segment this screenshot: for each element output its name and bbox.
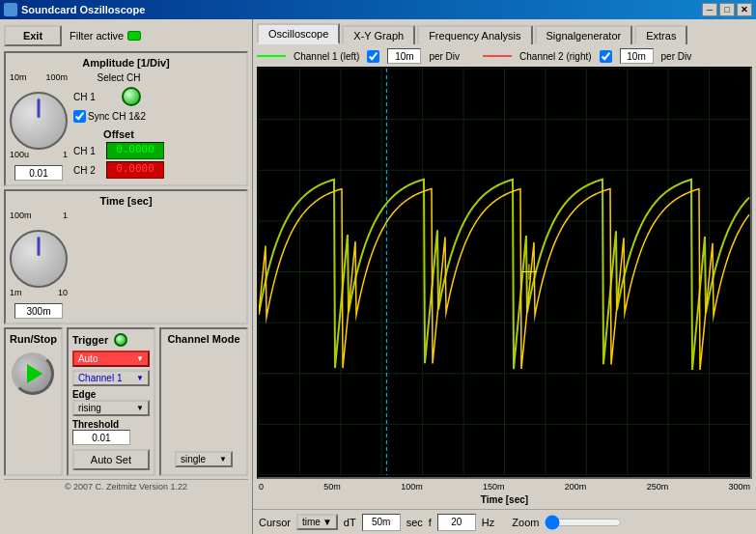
tick-150m: 150m <box>483 482 505 492</box>
maximize-button[interactable]: □ <box>719 3 735 16</box>
oscilloscope-display[interactable] <box>259 69 750 475</box>
ch2-per-div-input[interactable] <box>620 48 654 64</box>
ch1-visible-checkbox[interactable] <box>367 50 379 63</box>
amplitude-knob-container: 10m 100m 100u 1 <box>10 72 68 181</box>
cursor-bar: Cursor time ▼ dT sec f Hz Zoom <box>253 509 756 534</box>
filter-active-label: Filter active <box>70 30 124 42</box>
play-icon <box>27 364 42 383</box>
title-bar: Soundcard Oszilloscope ─ □ ✕ <box>0 0 756 19</box>
time-knob-top-labels: 100m 1 <box>10 211 68 230</box>
trigger-section: Trigger Auto ▼ Channel 1 ▼ Edge rising ▼ <box>67 327 155 476</box>
ch2-offset-row: CH 2 0.0000 <box>73 161 164 179</box>
ch1-per-div-unit: per Div <box>429 51 460 62</box>
right-panel: Oscilloscope X-Y Graph Frequency Analysi… <box>253 19 756 534</box>
amplitude-section: Amplitude [1/Div] 10m 100m 100u 1 <box>4 51 248 186</box>
cursor-f-label: f <box>429 517 432 528</box>
time-label-bl: 1m <box>10 288 22 297</box>
tick-200m: 200m <box>565 482 587 492</box>
ch1-offset-input[interactable]: 0.0000 <box>106 142 164 159</box>
amplitude-label-bl: 100u <box>10 150 29 159</box>
amplitude-knob-top-labels: 10m 100m <box>10 72 68 92</box>
threshold-section: Threshold <box>72 419 150 445</box>
threshold-label: Threshold <box>72 419 150 430</box>
ch2-visible-checkbox[interactable] <box>600 50 612 63</box>
select-ch-label: Select CH <box>73 72 164 83</box>
edge-dropdown[interactable]: rising ▼ <box>72 400 150 416</box>
minimize-button[interactable]: ─ <box>702 3 717 16</box>
amplitude-label-br: 1 <box>63 150 68 159</box>
channel-mode-section: Channel Mode single ▼ <box>159 327 248 476</box>
exit-button[interactable]: Exit <box>4 25 62 46</box>
amplitude-label-tr: 100m <box>45 72 68 82</box>
trigger-led <box>114 333 127 347</box>
trigger-title: Trigger <box>72 334 108 346</box>
offset-title: Offset <box>73 128 164 140</box>
sync-label: Sync CH 1&2 <box>88 111 146 122</box>
run-stop-title: Run/Stop <box>10 333 57 345</box>
channel-mode-title: Channel Mode <box>167 333 239 345</box>
trigger-channel-dropdown[interactable]: Channel 1 ▼ <box>72 370 150 386</box>
time-knob-marker <box>38 237 41 256</box>
tab-signalgenerator[interactable]: Signalgenerator <box>535 25 633 44</box>
time-knob-bottom-labels: 1m 10 <box>10 288 68 303</box>
filter-active-indicator: Filter active <box>70 30 141 42</box>
cursor-mode-dropdown[interactable]: time ▼ <box>296 514 338 530</box>
threshold-input[interactable] <box>72 430 130 445</box>
tab-extras[interactable]: Extras <box>634 25 687 44</box>
time-axis-ticks: 0 50m 100m 150m 200m 250m 300m <box>257 482 752 492</box>
amplitude-knob-bottom-labels: 100u 1 <box>10 150 68 165</box>
amplitude-knob-marker <box>38 98 41 118</box>
tab-oscilloscope[interactable]: Oscilloscope <box>257 23 340 44</box>
copyright: © 2007 C. Zeitmitz Version 1.22 <box>4 479 248 492</box>
run-stop-button[interactable] <box>12 352 54 395</box>
channel-mode-arrow: ▼ <box>219 455 227 464</box>
cursor-f-input[interactable] <box>437 514 476 531</box>
tick-100m: 100m <box>401 482 423 492</box>
trigger-auto-label: Auto <box>78 353 98 364</box>
channel-legend: Channel 1 (left) per Div Channel 2 (righ… <box>257 48 752 64</box>
ch2-offset-input[interactable]: 0.0000 <box>106 161 164 179</box>
amplitude-knob[interactable] <box>10 92 68 150</box>
app-icon <box>4 3 17 16</box>
trigger-channel-label: Channel 1 <box>78 373 123 383</box>
trigger-header: Trigger <box>72 333 150 347</box>
time-label-tl: 100m <box>10 211 32 220</box>
time-knob[interactable] <box>10 230 68 288</box>
zoom-slider[interactable] <box>545 516 622 529</box>
time-section: Time [sec] 100m 1 1m 10 <box>4 189 248 324</box>
top-controls: Exit Filter active <box>4 23 248 48</box>
ch2-line-indicator <box>483 55 512 57</box>
amplitude-right-controls: Select CH CH 1 Sync CH 1&2 Offset CH 1 0… <box>73 72 164 181</box>
time-knob-container: 100m 1 1m 10 <box>10 211 68 319</box>
ch1-per-div-input[interactable] <box>387 48 421 64</box>
ch1-offset-row: CH 1 0.0000 <box>73 142 164 159</box>
tick-50m: 50m <box>323 482 341 492</box>
trigger-auto-arrow: ▼ <box>136 354 144 363</box>
sync-checkbox[interactable] <box>73 110 86 123</box>
channel-mode-dropdown[interactable]: single ▼ <box>175 451 233 467</box>
amplitude-value-input[interactable] <box>14 165 63 181</box>
tab-xy-graph[interactable]: X-Y Graph <box>342 25 415 44</box>
zoom-label: Zoom <box>512 517 539 528</box>
window-controls: ─ □ ✕ <box>702 3 752 16</box>
offset-section: Offset CH 1 0.0000 CH 2 0.0000 <box>73 128 164 179</box>
tab-frequency-analysis[interactable]: Frequency Analysis <box>417 25 532 44</box>
filter-active-led <box>127 31 141 41</box>
auto-set-button[interactable]: Auto Set <box>72 449 150 470</box>
time-value-input[interactable] <box>14 303 63 319</box>
trigger-channel-arrow: ▼ <box>136 374 144 382</box>
amplitude-knob-area: 10m 100m 100u 1 Select CH <box>10 72 242 181</box>
ch1-row: CH 1 <box>73 87 164 106</box>
ch1-label: CH 1 <box>73 92 96 102</box>
trigger-auto-dropdown[interactable]: Auto ▼ <box>72 351 150 367</box>
ch1-offset-label: CH 1 <box>73 146 102 156</box>
ch2-offset-label: CH 2 <box>73 165 102 176</box>
cursor-dt-input[interactable] <box>362 514 401 531</box>
bottom-section: Run/Stop Trigger Auto ▼ Channel 1 ▼ <box>4 327 248 476</box>
run-stop-section: Run/Stop <box>4 327 63 476</box>
time-label-br: 10 <box>58 288 68 297</box>
cursor-mode-value: time <box>302 517 321 527</box>
tick-250m: 250m <box>647 482 669 492</box>
close-button[interactable]: ✕ <box>737 3 752 16</box>
edge-value: rising <box>78 403 101 413</box>
